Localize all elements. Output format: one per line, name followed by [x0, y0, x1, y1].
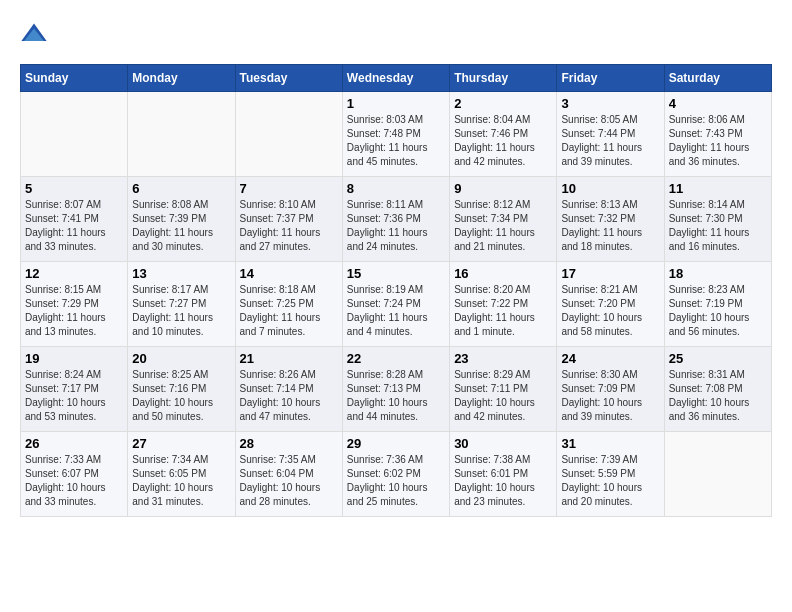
- calendar-week-row: 19Sunrise: 8:24 AM Sunset: 7:17 PM Dayli…: [21, 347, 772, 432]
- calendar-cell: 12Sunrise: 8:15 AM Sunset: 7:29 PM Dayli…: [21, 262, 128, 347]
- weekday-header: Thursday: [450, 65, 557, 92]
- calendar-cell: 28Sunrise: 7:35 AM Sunset: 6:04 PM Dayli…: [235, 432, 342, 517]
- day-number: 15: [347, 266, 445, 281]
- calendar-cell: [235, 92, 342, 177]
- day-number: 4: [669, 96, 767, 111]
- calendar-cell: 6Sunrise: 8:08 AM Sunset: 7:39 PM Daylig…: [128, 177, 235, 262]
- calendar-cell: 9Sunrise: 8:12 AM Sunset: 7:34 PM Daylig…: [450, 177, 557, 262]
- calendar-cell: 15Sunrise: 8:19 AM Sunset: 7:24 PM Dayli…: [342, 262, 449, 347]
- calendar-cell: 25Sunrise: 8:31 AM Sunset: 7:08 PM Dayli…: [664, 347, 771, 432]
- calendar-cell: 21Sunrise: 8:26 AM Sunset: 7:14 PM Dayli…: [235, 347, 342, 432]
- day-number: 11: [669, 181, 767, 196]
- cell-info: Sunrise: 8:31 AM Sunset: 7:08 PM Dayligh…: [669, 368, 767, 424]
- day-number: 26: [25, 436, 123, 451]
- day-number: 25: [669, 351, 767, 366]
- day-number: 10: [561, 181, 659, 196]
- day-number: 1: [347, 96, 445, 111]
- calendar-cell: 22Sunrise: 8:28 AM Sunset: 7:13 PM Dayli…: [342, 347, 449, 432]
- cell-info: Sunrise: 8:05 AM Sunset: 7:44 PM Dayligh…: [561, 113, 659, 169]
- page-header: [20, 20, 772, 48]
- day-number: 20: [132, 351, 230, 366]
- calendar-cell: 7Sunrise: 8:10 AM Sunset: 7:37 PM Daylig…: [235, 177, 342, 262]
- cell-info: Sunrise: 8:17 AM Sunset: 7:27 PM Dayligh…: [132, 283, 230, 339]
- weekday-header: Monday: [128, 65, 235, 92]
- day-number: 31: [561, 436, 659, 451]
- day-number: 28: [240, 436, 338, 451]
- calendar-cell: 30Sunrise: 7:38 AM Sunset: 6:01 PM Dayli…: [450, 432, 557, 517]
- calendar-cell: 4Sunrise: 8:06 AM Sunset: 7:43 PM Daylig…: [664, 92, 771, 177]
- day-number: 17: [561, 266, 659, 281]
- weekday-header-row: SundayMondayTuesdayWednesdayThursdayFrid…: [21, 65, 772, 92]
- calendar-cell: 16Sunrise: 8:20 AM Sunset: 7:22 PM Dayli…: [450, 262, 557, 347]
- cell-info: Sunrise: 8:28 AM Sunset: 7:13 PM Dayligh…: [347, 368, 445, 424]
- cell-info: Sunrise: 8:15 AM Sunset: 7:29 PM Dayligh…: [25, 283, 123, 339]
- cell-info: Sunrise: 8:24 AM Sunset: 7:17 PM Dayligh…: [25, 368, 123, 424]
- cell-info: Sunrise: 8:18 AM Sunset: 7:25 PM Dayligh…: [240, 283, 338, 339]
- cell-info: Sunrise: 7:34 AM Sunset: 6:05 PM Dayligh…: [132, 453, 230, 509]
- day-number: 5: [25, 181, 123, 196]
- day-number: 6: [132, 181, 230, 196]
- cell-info: Sunrise: 7:35 AM Sunset: 6:04 PM Dayligh…: [240, 453, 338, 509]
- day-number: 22: [347, 351, 445, 366]
- day-number: 14: [240, 266, 338, 281]
- weekday-header: Tuesday: [235, 65, 342, 92]
- calendar-week-row: 5Sunrise: 8:07 AM Sunset: 7:41 PM Daylig…: [21, 177, 772, 262]
- day-number: 13: [132, 266, 230, 281]
- cell-info: Sunrise: 8:10 AM Sunset: 7:37 PM Dayligh…: [240, 198, 338, 254]
- calendar-cell: 5Sunrise: 8:07 AM Sunset: 7:41 PM Daylig…: [21, 177, 128, 262]
- calendar-week-row: 1Sunrise: 8:03 AM Sunset: 7:48 PM Daylig…: [21, 92, 772, 177]
- cell-info: Sunrise: 8:11 AM Sunset: 7:36 PM Dayligh…: [347, 198, 445, 254]
- cell-info: Sunrise: 8:26 AM Sunset: 7:14 PM Dayligh…: [240, 368, 338, 424]
- calendar-cell: 19Sunrise: 8:24 AM Sunset: 7:17 PM Dayli…: [21, 347, 128, 432]
- day-number: 3: [561, 96, 659, 111]
- calendar-cell: [664, 432, 771, 517]
- calendar-cell: 3Sunrise: 8:05 AM Sunset: 7:44 PM Daylig…: [557, 92, 664, 177]
- calendar-cell: 31Sunrise: 7:39 AM Sunset: 5:59 PM Dayli…: [557, 432, 664, 517]
- cell-info: Sunrise: 8:03 AM Sunset: 7:48 PM Dayligh…: [347, 113, 445, 169]
- cell-info: Sunrise: 8:06 AM Sunset: 7:43 PM Dayligh…: [669, 113, 767, 169]
- calendar-cell: 27Sunrise: 7:34 AM Sunset: 6:05 PM Dayli…: [128, 432, 235, 517]
- day-number: 8: [347, 181, 445, 196]
- day-number: 7: [240, 181, 338, 196]
- cell-info: Sunrise: 8:12 AM Sunset: 7:34 PM Dayligh…: [454, 198, 552, 254]
- calendar-cell: 14Sunrise: 8:18 AM Sunset: 7:25 PM Dayli…: [235, 262, 342, 347]
- day-number: 19: [25, 351, 123, 366]
- calendar-cell: 18Sunrise: 8:23 AM Sunset: 7:19 PM Dayli…: [664, 262, 771, 347]
- cell-info: Sunrise: 8:07 AM Sunset: 7:41 PM Dayligh…: [25, 198, 123, 254]
- cell-info: Sunrise: 8:23 AM Sunset: 7:19 PM Dayligh…: [669, 283, 767, 339]
- weekday-header: Saturday: [664, 65, 771, 92]
- day-number: 9: [454, 181, 552, 196]
- cell-info: Sunrise: 8:19 AM Sunset: 7:24 PM Dayligh…: [347, 283, 445, 339]
- cell-info: Sunrise: 8:30 AM Sunset: 7:09 PM Dayligh…: [561, 368, 659, 424]
- logo: [20, 20, 52, 48]
- calendar-cell: 29Sunrise: 7:36 AM Sunset: 6:02 PM Dayli…: [342, 432, 449, 517]
- cell-info: Sunrise: 8:08 AM Sunset: 7:39 PM Dayligh…: [132, 198, 230, 254]
- calendar-cell: 17Sunrise: 8:21 AM Sunset: 7:20 PM Dayli…: [557, 262, 664, 347]
- calendar-cell: 1Sunrise: 8:03 AM Sunset: 7:48 PM Daylig…: [342, 92, 449, 177]
- cell-info: Sunrise: 7:33 AM Sunset: 6:07 PM Dayligh…: [25, 453, 123, 509]
- day-number: 27: [132, 436, 230, 451]
- cell-info: Sunrise: 8:13 AM Sunset: 7:32 PM Dayligh…: [561, 198, 659, 254]
- weekday-header: Wednesday: [342, 65, 449, 92]
- cell-info: Sunrise: 8:25 AM Sunset: 7:16 PM Dayligh…: [132, 368, 230, 424]
- day-number: 21: [240, 351, 338, 366]
- calendar-table: SundayMondayTuesdayWednesdayThursdayFrid…: [20, 64, 772, 517]
- weekday-header: Sunday: [21, 65, 128, 92]
- calendar-cell: 20Sunrise: 8:25 AM Sunset: 7:16 PM Dayli…: [128, 347, 235, 432]
- day-number: 2: [454, 96, 552, 111]
- cell-info: Sunrise: 7:38 AM Sunset: 6:01 PM Dayligh…: [454, 453, 552, 509]
- cell-info: Sunrise: 7:36 AM Sunset: 6:02 PM Dayligh…: [347, 453, 445, 509]
- calendar-cell: 26Sunrise: 7:33 AM Sunset: 6:07 PM Dayli…: [21, 432, 128, 517]
- cell-info: Sunrise: 7:39 AM Sunset: 5:59 PM Dayligh…: [561, 453, 659, 509]
- day-number: 24: [561, 351, 659, 366]
- day-number: 12: [25, 266, 123, 281]
- day-number: 29: [347, 436, 445, 451]
- calendar-cell: 23Sunrise: 8:29 AM Sunset: 7:11 PM Dayli…: [450, 347, 557, 432]
- calendar-cell: 2Sunrise: 8:04 AM Sunset: 7:46 PM Daylig…: [450, 92, 557, 177]
- cell-info: Sunrise: 8:14 AM Sunset: 7:30 PM Dayligh…: [669, 198, 767, 254]
- cell-info: Sunrise: 8:04 AM Sunset: 7:46 PM Dayligh…: [454, 113, 552, 169]
- calendar-cell: 8Sunrise: 8:11 AM Sunset: 7:36 PM Daylig…: [342, 177, 449, 262]
- calendar-cell: [21, 92, 128, 177]
- day-number: 16: [454, 266, 552, 281]
- calendar-cell: 11Sunrise: 8:14 AM Sunset: 7:30 PM Dayli…: [664, 177, 771, 262]
